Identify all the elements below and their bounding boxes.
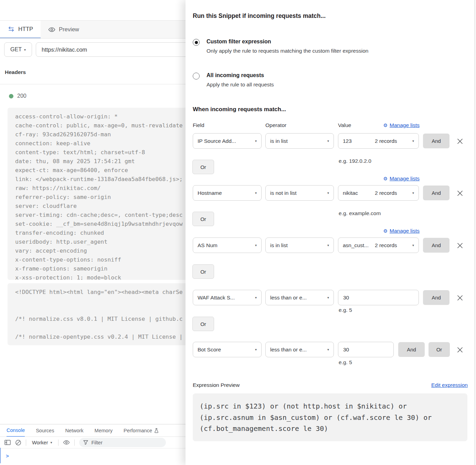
chevron-down-icon: ▾ <box>410 139 414 143</box>
chevron-down-icon: ▾ <box>50 441 52 444</box>
value-list-select[interactable]: nikitac 2 records ▾ <box>338 185 419 201</box>
tab-network[interactable]: Network <box>65 424 83 436</box>
tab-memory[interactable]: Memory <box>95 424 113 436</box>
match-heading: When incoming requests match... <box>193 106 286 113</box>
filter-row-hostname: Hostname▾ is not in list▾ nikitac 2 reco… <box>186 185 475 201</box>
chevron-down-icon: ▾ <box>325 348 329 351</box>
filter-row-waf-score: WAF Attack S...▾ less than or e...▾ And <box>186 290 475 305</box>
url-input[interactable] <box>36 42 191 57</box>
edit-expression-link[interactable]: Edit expression <box>431 382 468 388</box>
toolbar-divider <box>58 440 59 446</box>
chevron-down-icon: ▾ <box>325 139 329 143</box>
radio-dot <box>195 41 198 44</box>
and-button[interactable]: And <box>423 134 449 148</box>
manage-lists-link[interactable]: ⚙Manage lists <box>338 122 420 128</box>
value-list-select[interactable]: 123 2 records ▾ <box>338 133 419 149</box>
or-button[interactable]: Or <box>192 264 214 279</box>
remove-row-icon[interactable] <box>456 242 464 249</box>
list-record-count: 2 records <box>375 242 397 249</box>
tab-http[interactable]: HTTP <box>0 21 41 38</box>
top-blank-bar <box>0 0 186 21</box>
modal-title: Run this Snippet if incoming requests ma… <box>193 12 326 20</box>
tab-console[interactable]: Console <box>7 424 25 437</box>
chevron-down-icon: ▾ <box>410 243 414 247</box>
column-label-operator: Operator <box>265 122 286 128</box>
tab-http-label: HTTP <box>18 26 33 32</box>
console-filter[interactable] <box>79 438 166 447</box>
gear-icon: ⚙ <box>383 176 388 181</box>
console-scrollbar[interactable] <box>0 448 1 463</box>
toolbar-divider <box>74 440 75 446</box>
chevron-down-icon: ▾ <box>252 139 257 143</box>
remove-row-icon[interactable] <box>456 346 464 353</box>
swap-arrows-icon <box>8 27 15 32</box>
expression-preview-code: (ip.src in $123) or (not http.host in $n… <box>193 393 467 441</box>
value-input[interactable] <box>338 342 394 357</box>
or-button[interactable]: Or <box>429 342 450 357</box>
radio-option-custom-filter[interactable]: Custom filter expression Only apply the … <box>193 39 465 54</box>
response-body-block: <!DOCTYPE html><html lang="en"><head><me… <box>8 283 192 345</box>
response-headers-block: access-control-allow-origin: * cache-con… <box>8 108 192 280</box>
request-bar: GET ▾ <box>0 39 186 61</box>
filter-input[interactable] <box>91 440 156 446</box>
dock-panel-icon[interactable] <box>4 440 11 445</box>
gear-icon: ⚙ <box>383 123 388 128</box>
field-select[interactable]: IP Source Add...▾ <box>193 133 262 149</box>
http-tester-panel: HTTP Preview GET ▾ Headers 200 access-co… <box>0 0 186 465</box>
value-hint: e.g. 5 <box>339 359 352 366</box>
field-select[interactable]: WAF Attack S...▾ <box>193 290 262 305</box>
gear-icon: ⚙ <box>383 228 388 234</box>
expression-preview-label: Expression Preview <box>193 382 240 388</box>
operator-select[interactable]: is in list▾ <box>265 133 334 149</box>
and-button[interactable]: And <box>398 342 425 357</box>
radio-button-selected[interactable] <box>193 39 200 46</box>
response-status: 200 <box>9 93 27 99</box>
value-hint: e.g. example.com <box>339 210 381 216</box>
field-select[interactable]: Bot Score▾ <box>193 342 262 357</box>
eye-icon <box>48 27 55 32</box>
headers-section-header: Headers <box>0 61 186 84</box>
or-button[interactable]: Or <box>192 212 214 226</box>
option-label: All incoming requests <box>207 72 274 78</box>
operator-select[interactable]: less than or e...▾ <box>265 342 334 357</box>
chevron-down-icon: ▾ <box>252 191 257 195</box>
value-list-select[interactable]: asn_cust... 2 records ▾ <box>338 237 419 253</box>
worker-context-select[interactable]: Worker ▾ <box>31 440 54 445</box>
console-prompt[interactable]: > <box>0 448 186 459</box>
tester-tab-bar: HTTP Preview <box>0 21 186 39</box>
tab-preview[interactable]: Preview <box>41 21 87 38</box>
and-button[interactable]: And <box>423 290 449 305</box>
and-button[interactable]: And <box>423 238 449 253</box>
or-button[interactable]: Or <box>192 160 214 174</box>
clear-console-icon[interactable] <box>15 440 21 446</box>
manage-lists-link[interactable]: ⚙Manage lists <box>338 228 420 234</box>
tab-performance[interactable]: Performance <box>124 424 159 436</box>
field-select[interactable]: Hostname▾ <box>193 185 262 201</box>
method-select[interactable]: GET ▾ <box>4 42 32 57</box>
option-description: Apply the rule to all requests <box>207 82 274 88</box>
operator-select[interactable]: less than or e...▾ <box>265 290 334 305</box>
tab-preview-label: Preview <box>59 26 79 33</box>
toolbar-divider <box>26 440 26 446</box>
field-select[interactable]: AS Num▾ <box>193 237 262 253</box>
eye-watch-icon[interactable] <box>63 440 70 445</box>
operator-select[interactable]: is in list▾ <box>265 237 334 253</box>
list-record-count: 2 records <box>375 138 397 144</box>
remove-row-icon[interactable] <box>456 138 464 145</box>
operator-select[interactable]: is not in list▾ <box>265 185 334 201</box>
manage-lists-link[interactable]: ⚙Manage lists <box>338 176 420 182</box>
snippet-rule-modal: Run this Snippet if incoming requests ma… <box>186 0 475 465</box>
radio-option-all-requests[interactable]: All incoming requests Apply the rule to … <box>193 72 465 88</box>
or-button[interactable]: Or <box>192 317 214 331</box>
remove-row-icon[interactable] <box>456 294 464 301</box>
status-dot-green <box>9 94 13 98</box>
value-hint: e.g. 5 <box>339 307 352 313</box>
filter-row-as-num: AS Num▾ is in list▾ asn_cust... 2 record… <box>186 237 475 253</box>
remove-row-icon[interactable] <box>456 190 464 197</box>
console-toolbar: Worker ▾ <box>0 437 186 448</box>
tab-sources[interactable]: Sources <box>36 424 54 436</box>
and-button[interactable]: And <box>423 186 449 200</box>
value-input[interactable] <box>338 290 419 305</box>
radio-button-unselected[interactable] <box>193 73 200 80</box>
chevron-down-icon: ▾ <box>252 296 257 299</box>
